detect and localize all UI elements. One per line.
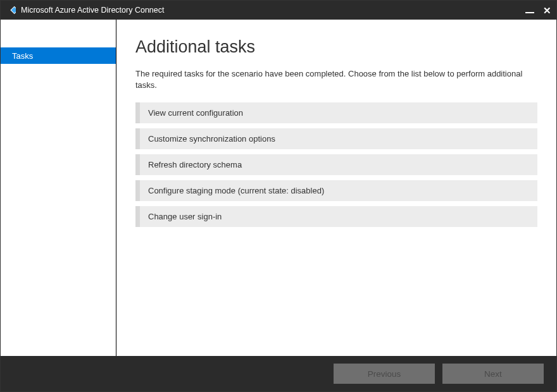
next-button[interactable]: Next [442,364,544,384]
task-change-user-sign-in[interactable]: Change user sign-in [135,206,537,227]
window: Microsoft Azure Active Directory Connect… [0,0,557,392]
app-icon [6,5,16,15]
sidebar: Tasks [1,20,116,356]
task-label: Configure staging mode (current state: d… [148,186,324,195]
body-area: Tasks Additional tasks The required task… [1,20,556,356]
window-controls: ✕ [525,6,551,15]
window-title: Microsoft Azure Active Directory Connect [21,6,525,15]
previous-button[interactable]: Previous [334,364,435,384]
task-customize-synchronization-options[interactable]: Customize synchronization options [135,128,537,149]
task-label: View current configuration [148,108,243,118]
page-title: Additional tasks [135,37,537,57]
task-configure-staging-mode[interactable]: Configure staging mode (current state: d… [135,180,537,201]
task-label: Customize synchronization options [148,134,275,144]
sidebar-item-label: Tasks [12,51,33,61]
svg-rect-0 [11,6,16,13]
close-icon[interactable]: ✕ [543,6,551,15]
task-view-current-configuration[interactable]: View current configuration [135,102,537,123]
content: Additional tasks The required tasks for … [116,20,556,356]
footer: Previous Next [1,356,556,391]
task-label: Refresh directory schema [148,160,242,169]
minimize-icon[interactable] [525,12,534,13]
sidebar-item-tasks[interactable]: Tasks [1,47,116,64]
titlebar: Microsoft Azure Active Directory Connect… [1,1,556,20]
task-label: Change user sign-in [148,212,222,221]
task-list: View current configuration Customize syn… [135,102,537,227]
task-refresh-directory-schema[interactable]: Refresh directory schema [135,154,537,175]
page-description: The required tasks for the scenario have… [135,68,537,91]
